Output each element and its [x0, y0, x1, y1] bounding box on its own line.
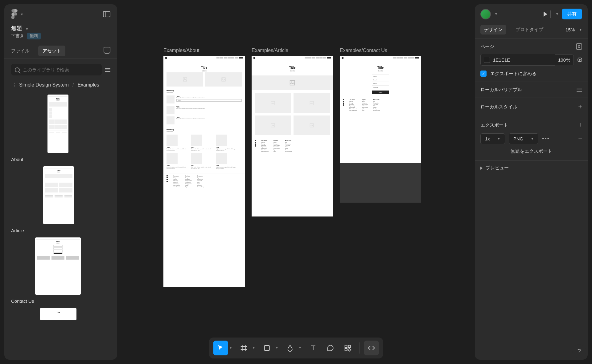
svg-rect-10 — [310, 123, 314, 127]
text-tool[interactable] — [306, 341, 320, 355]
asset-item-about[interactable]: TitleSubtitle About — [11, 95, 110, 162]
breadcrumb-separator: / — [72, 82, 74, 88]
separator — [359, 342, 360, 354]
tab-prototype[interactable]: プロトタイプ — [512, 25, 547, 34]
frame-about[interactable]: Examples/About TitleSubtitle HeadingSubh… — [163, 48, 245, 287]
avatar[interactable] — [480, 9, 491, 19]
svg-rect-5 — [290, 81, 295, 85]
asset-label: Contact Us — [11, 298, 110, 304]
library-icon[interactable] — [104, 47, 110, 54]
bg-color-input[interactable] — [480, 54, 555, 66]
svg-rect-13 — [348, 345, 350, 347]
plus-icon[interactable]: + — [578, 103, 582, 111]
color-swatch[interactable] — [484, 57, 490, 63]
search-icon — [15, 67, 20, 72]
comment-tool[interactable] — [323, 341, 338, 355]
frame-body[interactable]: TitleSubtitle HeadingSubheading TitleBod… — [163, 56, 245, 287]
chevron-down-icon[interactable]: ▼ — [229, 346, 232, 350]
zoom-value: 15% — [565, 27, 575, 32]
minus-icon[interactable]: − — [578, 135, 582, 143]
frame-article[interactable]: Examples/Article TitleSubtitle Use cases… — [252, 48, 333, 216]
asset-item-contact[interactable]: TitleSubtitle Contact Us — [11, 237, 110, 304]
chevron-down-icon[interactable]: ▼ — [253, 346, 255, 350]
search-box[interactable] — [11, 64, 102, 75]
asset-label: About — [11, 157, 110, 162]
play-icon[interactable] — [544, 12, 547, 17]
export-format-select[interactable]: PNG▼ — [509, 133, 538, 144]
toolbar: ▼ ▼ ▼ ▼ — [209, 338, 383, 358]
right-panel: ▼ ▼ 共有 デザイン プロトタイプ 15% ▼ ページ 100% — [475, 4, 588, 360]
svg-rect-14 — [345, 349, 347, 351]
include-export-checkbox[interactable]: ✓ — [480, 71, 487, 77]
svg-point-0 — [14, 13, 17, 16]
chevron-down-icon[interactable]: ▼ — [276, 346, 278, 350]
frame-body[interactable]: TitleSubtitle Name Email Phone Message S… — [340, 56, 421, 163]
free-badge: 無料 — [27, 33, 41, 39]
left-panel: ▼ 無題 ▼ 下書き 無料 ファイル アセット 〈 Simple Design … — [4, 4, 117, 360]
tab-asset[interactable]: アセット — [38, 46, 65, 56]
svg-rect-12 — [345, 345, 347, 347]
separator — [550, 10, 551, 18]
breadcrumb-leaf[interactable]: Examples — [77, 82, 99, 88]
actions-tool[interactable] — [340, 341, 355, 355]
draft-label[interactable]: 下書き — [11, 33, 24, 39]
include-export-label: エクスポートに含める — [490, 71, 536, 77]
frame-label[interactable]: Examples/Contact Us — [340, 48, 421, 53]
local-variables-label[interactable]: ローカルバリアブル — [480, 87, 522, 93]
color-hex-input[interactable] — [493, 57, 552, 63]
back-icon[interactable]: 〈 — [11, 82, 15, 88]
breadcrumb: 〈 Simple Design System / Examples — [4, 75, 117, 90]
page-label: ページ — [480, 44, 494, 50]
export-button[interactable]: 無題をエクスポート — [480, 144, 582, 156]
sliders-icon[interactable] — [577, 87, 582, 93]
chevron-down-icon[interactable]: ▼ — [298, 346, 301, 350]
chevron-down-icon: ▼ — [579, 28, 582, 31]
svg-point-4 — [222, 79, 223, 79]
filter-icon[interactable] — [105, 67, 110, 73]
asset-item-more[interactable]: Title — [11, 308, 110, 320]
triangle-right-icon — [480, 167, 483, 170]
svg-rect-11 — [265, 346, 269, 350]
search-input[interactable] — [23, 67, 98, 72]
asset-thumb: TitleSubtitle — [43, 166, 74, 224]
theme-icon[interactable] — [576, 43, 582, 50]
chevron-down-icon[interactable]: ▼ — [495, 12, 498, 16]
svg-rect-8 — [310, 101, 314, 105]
frame-tool[interactable] — [236, 341, 251, 355]
preview-toggle[interactable]: プレビュー — [475, 161, 588, 175]
breadcrumb-root[interactable]: Simple Design System — [19, 82, 69, 88]
figma-menu[interactable]: ▼ — [11, 9, 23, 19]
export-label[interactable]: エクスポート — [480, 122, 508, 128]
asset-thumb: TitleSubtitle — [35, 237, 81, 295]
chevron-down-icon[interactable]: ▼ — [25, 27, 28, 31]
shape-tool[interactable] — [260, 341, 274, 355]
figma-logo-icon — [11, 9, 18, 19]
frame-body[interactable]: TitleSubtitle Use casesUI designUX desig… — [252, 56, 333, 216]
local-styles-label[interactable]: ローカルスタイル — [480, 104, 517, 110]
more-icon[interactable]: ••• — [542, 135, 550, 142]
asset-label: Article — [11, 228, 110, 233]
opacity-input[interactable]: 100% — [555, 55, 574, 65]
chevron-down-icon[interactable]: ▼ — [556, 12, 559, 16]
share-button[interactable]: 共有 — [562, 9, 582, 19]
asset-thumb: TitleSubtitle — [47, 95, 68, 153]
dev-mode-toggle[interactable] — [364, 341, 379, 355]
frame-contact-overflow[interactable] — [340, 163, 421, 203]
frame-label[interactable]: Examples/Article — [252, 48, 333, 53]
chevron-down-icon: ▼ — [20, 13, 23, 16]
move-tool[interactable] — [213, 341, 228, 355]
panel-toggle-icon[interactable] — [103, 11, 110, 17]
tab-file[interactable]: ファイル — [11, 44, 30, 58]
tab-design[interactable]: デザイン — [480, 25, 506, 34]
frame-label[interactable]: Examples/About — [163, 48, 245, 53]
export-scale-select[interactable]: 1x▼ — [480, 133, 505, 144]
frame-contact[interactable]: Examples/Contact Us TitleSubtitle Name E… — [340, 48, 421, 163]
asset-item-article[interactable]: TitleSubtitle Article — [11, 166, 110, 233]
file-title[interactable]: 無題 — [11, 25, 22, 32]
help-button[interactable]: ? — [572, 344, 586, 358]
plus-icon[interactable]: + — [578, 121, 582, 129]
pen-tool[interactable] — [282, 341, 297, 355]
visibility-icon[interactable] — [578, 58, 582, 62]
zoom-control[interactable]: 15% ▼ — [565, 27, 582, 32]
svg-rect-9 — [271, 123, 275, 127]
